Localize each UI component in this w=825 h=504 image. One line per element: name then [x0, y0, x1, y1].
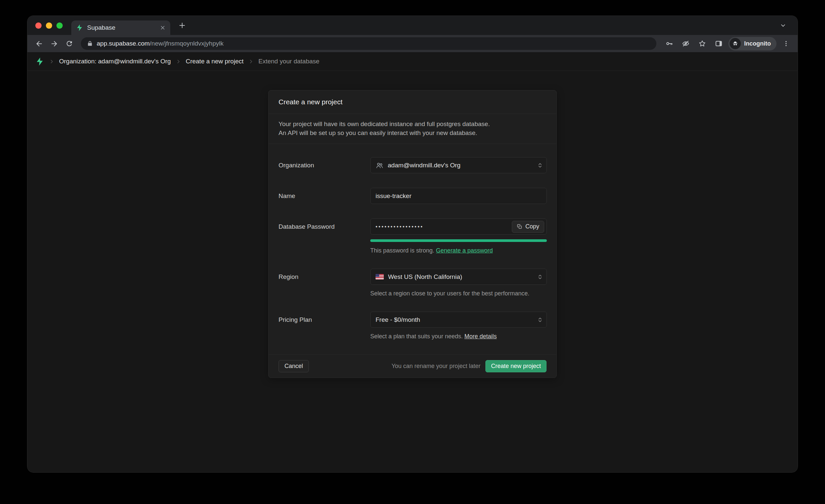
- organization-label: Organization: [279, 157, 370, 173]
- password-masked-value: ••••••••••••••••: [376, 224, 424, 230]
- generate-password-link[interactable]: Generate a password: [436, 247, 493, 254]
- url-domain: app.supabase.com: [97, 40, 150, 47]
- incognito-icon: [730, 38, 741, 49]
- side-panel-icon[interactable]: [712, 37, 726, 51]
- region-row: Region West US (North California) Selec: [269, 269, 556, 297]
- new-tab-button[interactable]: [175, 19, 189, 32]
- select-chevrons-icon: [537, 162, 543, 168]
- lock-icon[interactable]: [87, 41, 93, 47]
- organization-select[interactable]: adam@windmill.dev's Org: [370, 157, 547, 173]
- region-value: West US (North California): [388, 273, 462, 281]
- browser-tab[interactable]: Supabase: [71, 20, 170, 35]
- password-key-icon[interactable]: [662, 37, 676, 51]
- project-form: Organization adam@windmill.dev's Org: [269, 144, 556, 355]
- browser-toolbar: app.supabase.com/new/jfnsmqoynldvxjyhpyl…: [27, 35, 798, 52]
- eye-slash-icon[interactable]: [679, 37, 693, 51]
- main-content: Create a new project Your project will h…: [27, 71, 798, 472]
- us-flag-icon: [376, 274, 384, 280]
- name-row: Name: [269, 188, 556, 204]
- url-path: /new/jfnsmqoynldvxjyhpylk: [150, 40, 224, 47]
- select-chevrons-icon: [537, 317, 543, 322]
- breadcrumb: Organization: adam@windmill.dev's Org Cr…: [59, 58, 319, 65]
- browser-window: Supabase: [27, 16, 798, 472]
- password-strength-bar: [370, 239, 547, 242]
- breadcrumb-create-project[interactable]: Create a new project: [186, 58, 243, 65]
- password-row: Database Password •••••••••••••••• Copy: [269, 218, 556, 254]
- incognito-badge[interactable]: Incognito: [728, 37, 776, 51]
- window-minimize-button[interactable]: [46, 22, 52, 29]
- chevron-right-icon: [49, 59, 54, 64]
- card-description-line2: An API will be set up so you can easily …: [279, 128, 546, 137]
- browser-menu-icon[interactable]: [779, 37, 793, 51]
- copy-password-button[interactable]: Copy: [512, 221, 544, 233]
- card-description-line1: Your project will have its own dedicated…: [279, 120, 546, 128]
- address-bar[interactable]: app.supabase.com/new/jfnsmqoynldvxjyhpyl…: [81, 37, 656, 50]
- organization-value: adam@windmill.dev's Org: [388, 162, 460, 169]
- window-close-button[interactable]: [35, 22, 42, 29]
- desktop-background: Supabase: [0, 0, 825, 504]
- create-project-card: Create a new project Your project will h…: [268, 90, 557, 378]
- region-helper-text: Select a region close to your users for …: [370, 290, 547, 297]
- password-label: Database Password: [279, 218, 370, 254]
- supabase-favicon-icon: [76, 24, 83, 31]
- organization-row: Organization adam@windmill.dev's Org: [269, 157, 556, 173]
- card-title: Create a new project: [269, 90, 556, 114]
- toolbar-actions: Incognito: [662, 37, 793, 51]
- region-select[interactable]: West US (North California): [370, 269, 547, 285]
- tab-list-chevron-icon[interactable]: [777, 19, 789, 31]
- pricing-plan-value: Free - $0/month: [376, 316, 420, 323]
- pricing-plan-select[interactable]: Free - $0/month: [370, 311, 547, 328]
- card-description: Your project will have its own dedicated…: [269, 114, 556, 144]
- window-controls: [35, 22, 63, 29]
- forward-button[interactable]: [47, 37, 61, 51]
- create-new-project-button[interactable]: Create new project: [485, 360, 546, 372]
- users-icon: [376, 161, 383, 169]
- incognito-label: Incognito: [744, 40, 771, 47]
- window-zoom-button[interactable]: [57, 22, 63, 29]
- bookmark-star-icon[interactable]: [695, 37, 709, 51]
- more-details-link[interactable]: More details: [464, 333, 497, 340]
- tab-strip: Supabase: [27, 16, 798, 35]
- copy-button-label: Copy: [525, 223, 539, 230]
- tab-title: Supabase: [87, 24, 156, 31]
- pricing-plan-row: Pricing Plan Free - $0/month Select a p: [269, 311, 556, 340]
- region-label: Region: [279, 269, 370, 297]
- pricing-plan-helper-text: Select a plan that suits your needs.: [370, 333, 463, 340]
- chevron-right-icon: [176, 59, 181, 64]
- project-name-input[interactable]: [370, 188, 547, 204]
- database-password-input[interactable]: •••••••••••••••• Copy: [370, 218, 547, 235]
- password-strength-message: This password is strong.: [370, 247, 434, 254]
- breadcrumb-extend-database: Extend your database: [258, 58, 319, 65]
- name-label: Name: [279, 188, 370, 204]
- app-header: Organization: adam@windmill.dev's Org Cr…: [27, 52, 798, 71]
- card-footer: Cancel You can rename your project later…: [269, 355, 556, 378]
- chevron-right-icon: [248, 59, 253, 64]
- tab-close-icon[interactable]: [160, 25, 166, 31]
- copy-icon: [517, 224, 522, 229]
- breadcrumb-organization[interactable]: Organization: adam@windmill.dev's Org: [59, 58, 171, 65]
- pricing-plan-label: Pricing Plan: [279, 311, 370, 340]
- supabase-logo[interactable]: [35, 57, 44, 66]
- select-chevrons-icon: [537, 274, 543, 280]
- back-button[interactable]: [32, 37, 46, 51]
- cancel-button[interactable]: Cancel: [279, 360, 309, 372]
- rename-note: You can rename your project later: [391, 363, 480, 370]
- password-strength-text: This password is strong. Generate a pass…: [370, 247, 547, 254]
- supabase-page: Organization: adam@windmill.dev's Org Cr…: [27, 52, 798, 472]
- reload-button[interactable]: [62, 37, 76, 51]
- pricing-plan-helper: Select a plan that suits your needs. Mor…: [370, 333, 547, 340]
